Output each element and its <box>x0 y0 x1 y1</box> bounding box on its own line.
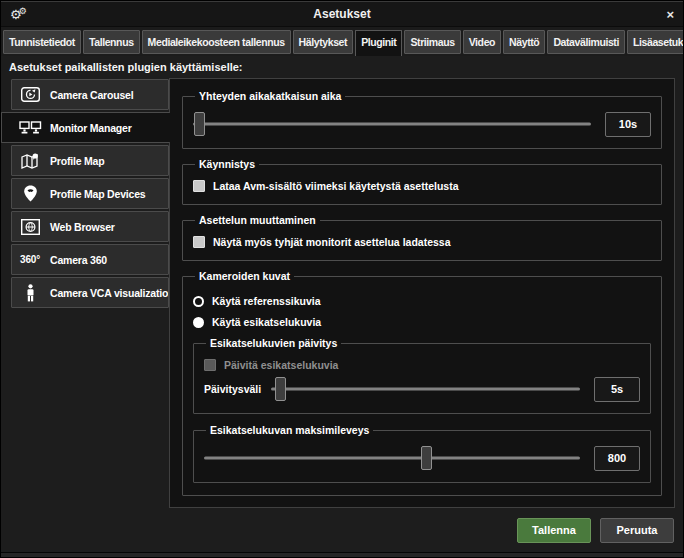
sidebar-item-label: Profile Map <box>50 155 104 167</box>
radio-label: Käytä esikatselukuvia <box>212 316 321 328</box>
group-title: Käynnistys <box>195 158 259 170</box>
checkbox-label: Lataa Avm-sisältö viimeksi käytetystä as… <box>213 180 459 192</box>
profile-map-icon <box>18 153 42 169</box>
save-button[interactable]: Tallenna <box>517 518 591 543</box>
window-bottom-edge <box>1 552 683 558</box>
group-title: Asettelun muuttaminen <box>195 214 320 226</box>
sidebar-item-label: Camera 360 <box>50 254 107 266</box>
sidebar-item-camera-carousel[interactable]: Camera Carousel <box>11 79 169 110</box>
interval-value[interactable]: 5s <box>594 377 640 402</box>
timeout-slider-track[interactable] <box>193 123 591 126</box>
tab-bar: Tunnistetiedot Tallennus Medialeikekoost… <box>1 27 683 56</box>
interval-label: Päivitysväli <box>204 383 261 395</box>
sidebar-item-camera-vca-visualization[interactable]: Camera VCA visualization <box>11 277 169 308</box>
checkbox-label: Näytä myös tyhjät monitorit asettelua la… <box>213 236 451 248</box>
sidebar-item-web-browser[interactable]: Web Browser <box>11 211 169 242</box>
group-connection-timeout: Yhteyden aikakatkaisun aika 10s <box>182 90 662 149</box>
radio-preview-images[interactable] <box>193 317 204 328</box>
checkbox-update-preview-images[interactable] <box>204 359 216 371</box>
checkbox-load-avm-content[interactable] <box>193 180 205 192</box>
footer: Tallenna Peruuta <box>1 508 683 552</box>
radio-label: Käytä referenssikuvia <box>212 295 321 307</box>
page-subtitle: Asetukset paikallisten plugien käyttämis… <box>1 56 683 78</box>
timeout-slider-handle[interactable] <box>194 112 205 136</box>
tab-medialeikekoosteen-tallennus[interactable]: Medialeikekoosteen tallennus <box>142 30 291 54</box>
plugin-settings-panel: Yhteyden aikakatkaisun aika 10s Käynnist… <box>169 78 675 508</box>
interval-slider-track[interactable] <box>271 388 580 391</box>
checkbox-label: Päivitä esikatselukuvia <box>224 359 338 371</box>
max-width-slider[interactable] <box>204 444 580 472</box>
tab-tunnistetiedot[interactable]: Tunnistetiedot <box>3 30 81 54</box>
tab-datavalimuisti[interactable]: Datavälimuisti <box>547 30 625 54</box>
timeout-value[interactable]: 10s <box>605 112 651 137</box>
sidebar-item-camera-360[interactable]: 360° Camera 360 <box>11 244 169 275</box>
radio-reference-images[interactable] <box>193 296 204 307</box>
checkbox-show-empty-monitors[interactable] <box>193 236 205 248</box>
radio-row-preview-images[interactable]: Käytä esikatselukuvia <box>193 316 651 328</box>
sidebar-item-label: Monitor Manager <box>50 122 132 134</box>
max-width-slider-track[interactable] <box>204 457 580 460</box>
sidebar-item-profile-map[interactable]: Profile Map <box>11 145 169 176</box>
group-preview-update: Esikatselukuvien päivitys Päivitä esikat… <box>193 337 651 414</box>
group-startup: Käynnistys Lataa Avm-sisältö viimeksi kä… <box>182 158 662 205</box>
interval-slider[interactable] <box>271 375 580 403</box>
checkbox-row-update-preview-images[interactable]: Päivitä esikatselukuvia <box>204 359 640 371</box>
tab-naytto[interactable]: Näyttö <box>503 30 545 54</box>
group-title: Kameroiden kuvat <box>195 270 294 282</box>
max-width-value[interactable]: 800 <box>594 446 640 471</box>
group-layout-change: Asettelun muuttaminen Näytä myös tyhjät … <box>182 214 662 261</box>
checkbox-row-load-avm-content[interactable]: Lataa Avm-sisältö viimeksi käytetystä as… <box>193 180 651 192</box>
window-title: Asetukset <box>1 7 683 21</box>
sidebar-item-monitor-manager[interactable]: Monitor Manager <box>1 112 170 143</box>
gear-icon: ⚙⚙ <box>10 7 24 21</box>
checkbox-row-show-empty-monitors[interactable]: Näytä myös tyhjät monitorit asettelua la… <box>193 236 651 248</box>
sidebar-item-profile-map-devices[interactable]: Profile Map Devices <box>11 178 169 209</box>
tab-lisaasetukset[interactable]: Lisäasetukset <box>627 30 683 54</box>
sidebar-item-label: Profile Map Devices <box>50 188 145 200</box>
web-browser-icon <box>18 219 42 235</box>
group-camera-images: Kameroiden kuvat Käytä referenssikuvia K… <box>182 270 662 496</box>
group-title: Esikatselukuvien päivitys <box>206 337 341 349</box>
tab-halytykset[interactable]: Hälytykset <box>293 30 354 54</box>
camera-carousel-icon <box>18 87 42 102</box>
sidebar-item-label: Camera Carousel <box>50 89 133 101</box>
tab-pluginit[interactable]: Pluginit <box>355 30 402 56</box>
tab-tallennus[interactable]: Tallennus <box>83 30 140 54</box>
tab-striimaus[interactable]: Striimaus <box>404 30 460 54</box>
plugin-sidebar: Camera Carousel Monitor Manager <box>1 78 169 508</box>
tab-video[interactable]: Video <box>463 30 501 54</box>
timeout-slider[interactable] <box>193 110 591 138</box>
interval-slider-handle[interactable] <box>275 377 286 401</box>
close-icon[interactable]: × <box>666 8 674 21</box>
group-title: Esikatselukuvan maksimileveys <box>206 424 373 436</box>
monitor-manager-icon <box>18 121 42 135</box>
sidebar-item-label: Camera VCA visualization <box>50 287 169 299</box>
cancel-button[interactable]: Peruuta <box>600 518 674 543</box>
profile-map-devices-icon <box>18 185 42 202</box>
camera-360-icon: 360° <box>18 254 42 265</box>
group-title: Yhteyden aikakatkaisun aika <box>195 90 345 102</box>
max-width-slider-handle[interactable] <box>421 446 432 470</box>
sidebar-item-label: Web Browser <box>50 221 115 233</box>
camera-vca-icon <box>18 284 42 302</box>
settings-window: ⚙⚙ Asetukset × Tunnistetiedot Tallennus … <box>0 0 684 558</box>
group-preview-max-width: Esikatselukuvan maksimileveys 800 <box>193 424 651 483</box>
radio-row-reference-images[interactable]: Käytä referenssikuvia <box>193 295 651 307</box>
body: Camera Carousel Monitor Manager <box>1 78 683 508</box>
title-bar: ⚙⚙ Asetukset × <box>1 1 683 27</box>
